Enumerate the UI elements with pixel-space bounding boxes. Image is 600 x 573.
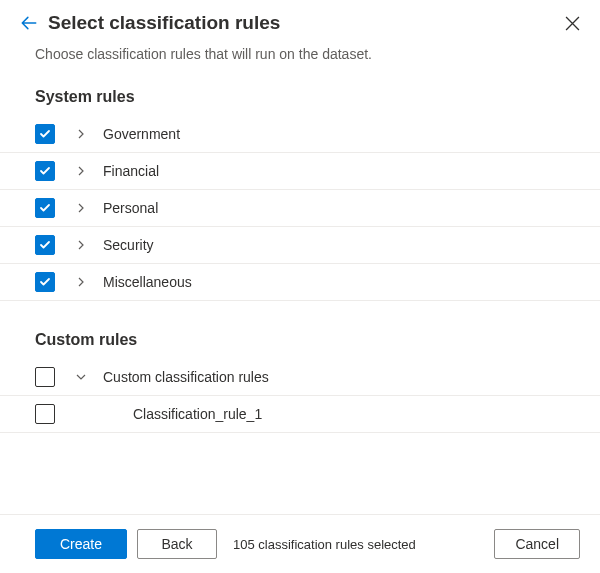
checkbox-government[interactable] <box>35 124 55 144</box>
create-button[interactable]: Create <box>35 529 127 559</box>
checkbox-security[interactable] <box>35 235 55 255</box>
dialog-subtitle: Choose classification rules that will ru… <box>0 42 600 80</box>
dialog-header: Select classification rules <box>0 0 600 42</box>
rule-label: Classification_rule_1 <box>133 406 262 422</box>
cancel-button[interactable]: Cancel <box>494 529 580 559</box>
back-button[interactable]: Back <box>137 529 217 559</box>
rule-row-government[interactable]: Government <box>0 116 600 153</box>
checkbox-classification-rule-1[interactable] <box>35 404 55 424</box>
dialog-footer: Create Back 105 classification rules sel… <box>0 514 600 573</box>
rule-label: Financial <box>103 163 159 179</box>
checkbox-custom-group[interactable] <box>35 367 55 387</box>
rule-label: Security <box>103 237 154 253</box>
checkbox-financial[interactable] <box>35 161 55 181</box>
checkbox-personal[interactable] <box>35 198 55 218</box>
rule-label: Miscellaneous <box>103 274 192 290</box>
rule-row-financial[interactable]: Financial <box>0 153 600 190</box>
rule-row-custom-group[interactable]: Custom classification rules <box>0 359 600 396</box>
chevron-right-icon[interactable] <box>73 277 89 287</box>
chevron-right-icon[interactable] <box>73 203 89 213</box>
dialog-title: Select classification rules <box>48 12 565 34</box>
rule-label: Personal <box>103 200 158 216</box>
back-arrow-icon[interactable] <box>20 14 38 32</box>
custom-rules-heading: Custom rules <box>0 323 600 359</box>
chevron-right-icon[interactable] <box>73 240 89 250</box>
rule-row-personal[interactable]: Personal <box>0 190 600 227</box>
chevron-down-icon[interactable] <box>73 372 89 382</box>
rule-label: Custom classification rules <box>103 369 269 385</box>
rule-label: Government <box>103 126 180 142</box>
rule-row-classification-rule-1[interactable]: Classification_rule_1 <box>0 396 600 433</box>
system-rules-heading: System rules <box>0 80 600 116</box>
chevron-right-icon[interactable] <box>73 129 89 139</box>
chevron-right-icon[interactable] <box>73 166 89 176</box>
selection-status: 105 classification rules selected <box>227 537 484 552</box>
checkbox-miscellaneous[interactable] <box>35 272 55 292</box>
rule-row-miscellaneous[interactable]: Miscellaneous <box>0 264 600 301</box>
rule-row-security[interactable]: Security <box>0 227 600 264</box>
close-icon[interactable] <box>565 16 580 31</box>
